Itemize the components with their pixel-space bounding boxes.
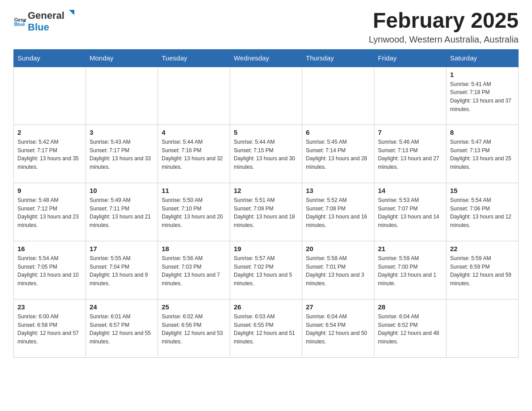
day-cell: 19Sunrise: 5:57 AMSunset: 7:02 PMDayligh…	[230, 241, 302, 300]
col-header-monday: Monday	[86, 49, 158, 67]
day-cell: 22Sunrise: 5:59 AMSunset: 6:59 PMDayligh…	[446, 241, 519, 300]
day-info: Sunrise: 5:45 AMSunset: 7:14 PMDaylight:…	[306, 138, 370, 171]
logo-arrow-icon	[65, 9, 75, 19]
logo: General Blue General Blue	[13, 9, 75, 33]
day-cell: 27Sunrise: 6:04 AMSunset: 6:54 PMDayligh…	[302, 300, 374, 358]
day-info: Sunrise: 5:52 AMSunset: 7:08 PMDaylight:…	[306, 196, 370, 229]
day-info: Sunrise: 6:02 AMSunset: 6:56 PMDaylight:…	[162, 313, 226, 346]
day-cell: 26Sunrise: 6:03 AMSunset: 6:55 PMDayligh…	[230, 300, 302, 358]
day-info: Sunrise: 5:54 AMSunset: 7:06 PMDaylight:…	[450, 196, 515, 229]
week-row-1: 1Sunrise: 5:41 AMSunset: 7:18 PMDaylight…	[14, 67, 519, 125]
col-header-tuesday: Tuesday	[158, 49, 230, 67]
col-header-friday: Friday	[374, 49, 446, 67]
day-cell: 25Sunrise: 6:02 AMSunset: 6:56 PMDayligh…	[158, 300, 230, 358]
location-title: Lynwood, Western Australia, Australia	[369, 34, 519, 45]
week-row-2: 2Sunrise: 5:42 AMSunset: 7:17 PMDaylight…	[14, 125, 519, 183]
day-number: 19	[234, 245, 298, 253]
col-header-thursday: Thursday	[302, 49, 374, 67]
day-number: 9	[17, 187, 82, 194]
day-cell	[158, 67, 230, 125]
day-info: Sunrise: 6:03 AMSunset: 6:55 PMDaylight:…	[234, 313, 298, 346]
day-cell	[374, 67, 446, 125]
day-info: Sunrise: 5:59 AMSunset: 6:59 PMDaylight:…	[450, 254, 515, 287]
day-cell: 17Sunrise: 5:55 AMSunset: 7:04 PMDayligh…	[86, 241, 158, 300]
day-number: 23	[17, 303, 82, 311]
day-number: 11	[162, 187, 226, 194]
day-number: 21	[378, 245, 442, 253]
col-header-saturday: Saturday	[446, 49, 519, 67]
day-number: 6	[306, 128, 370, 136]
day-cell: 4Sunrise: 5:44 AMSunset: 7:16 PMDaylight…	[158, 125, 230, 183]
day-cell: 13Sunrise: 5:52 AMSunset: 7:08 PMDayligh…	[302, 183, 374, 241]
day-number: 22	[450, 245, 515, 253]
day-cell: 7Sunrise: 5:46 AMSunset: 7:13 PMDaylight…	[374, 125, 446, 183]
week-row-3: 9Sunrise: 5:48 AMSunset: 7:12 PMDaylight…	[14, 183, 519, 241]
day-info: Sunrise: 5:43 AMSunset: 7:17 PMDaylight:…	[90, 138, 154, 171]
day-info: Sunrise: 5:44 AMSunset: 7:15 PMDaylight:…	[234, 138, 298, 171]
month-title: February 2025	[369, 9, 519, 33]
day-number: 12	[234, 187, 298, 194]
day-number: 4	[162, 128, 226, 136]
day-cell: 18Sunrise: 5:56 AMSunset: 7:03 PMDayligh…	[158, 241, 230, 300]
day-cell: 11Sunrise: 5:50 AMSunset: 7:10 PMDayligh…	[158, 183, 230, 241]
day-number: 13	[306, 187, 370, 194]
day-number: 5	[234, 128, 298, 136]
day-info: Sunrise: 5:51 AMSunset: 7:09 PMDaylight:…	[234, 196, 298, 229]
day-info: Sunrise: 5:58 AMSunset: 7:01 PMDaylight:…	[306, 254, 370, 287]
day-number: 25	[162, 303, 226, 311]
title-area: February 2025 Lynwood, Western Australia…	[369, 9, 519, 45]
day-cell	[302, 67, 374, 125]
logo-text-general: General	[28, 10, 64, 21]
day-cell: 3Sunrise: 5:43 AMSunset: 7:17 PMDaylight…	[86, 125, 158, 183]
day-number: 16	[17, 245, 82, 253]
day-number: 1	[450, 71, 515, 78]
header-row: SundayMondayTuesdayWednesdayThursdayFrid…	[14, 49, 519, 67]
day-number: 8	[450, 128, 515, 136]
day-cell: 20Sunrise: 5:58 AMSunset: 7:01 PMDayligh…	[302, 241, 374, 300]
week-row-5: 23Sunrise: 6:00 AMSunset: 6:58 PMDayligh…	[14, 300, 519, 358]
day-number: 15	[450, 187, 515, 194]
day-info: Sunrise: 5:46 AMSunset: 7:13 PMDaylight:…	[378, 138, 442, 171]
day-number: 14	[378, 187, 442, 194]
day-info: Sunrise: 5:53 AMSunset: 7:07 PMDaylight:…	[378, 196, 442, 229]
day-info: Sunrise: 5:41 AMSunset: 7:18 PMDaylight:…	[450, 80, 515, 113]
col-header-wednesday: Wednesday	[230, 49, 302, 67]
day-cell: 15Sunrise: 5:54 AMSunset: 7:06 PMDayligh…	[446, 183, 519, 241]
day-cell: 1Sunrise: 5:41 AMSunset: 7:18 PMDaylight…	[446, 67, 519, 125]
day-cell	[230, 67, 302, 125]
svg-marker-3	[69, 10, 74, 15]
day-number: 26	[234, 303, 298, 311]
day-info: Sunrise: 5:50 AMSunset: 7:10 PMDaylight:…	[162, 196, 226, 229]
day-cell: 12Sunrise: 5:51 AMSunset: 7:09 PMDayligh…	[230, 183, 302, 241]
svg-text:Blue: Blue	[14, 21, 25, 27]
day-cell: 28Sunrise: 6:04 AMSunset: 6:52 PMDayligh…	[374, 300, 446, 358]
day-number: 27	[306, 303, 370, 311]
day-number: 17	[90, 245, 154, 253]
calendar-table: SundayMondayTuesdayWednesdayThursdayFrid…	[13, 49, 519, 358]
day-cell: 2Sunrise: 5:42 AMSunset: 7:17 PMDaylight…	[14, 125, 86, 183]
day-info: Sunrise: 5:56 AMSunset: 7:03 PMDaylight:…	[162, 254, 226, 287]
day-info: Sunrise: 6:04 AMSunset: 6:52 PMDaylight:…	[378, 313, 442, 346]
week-row-4: 16Sunrise: 5:54 AMSunset: 7:05 PMDayligh…	[14, 241, 519, 300]
day-info: Sunrise: 6:04 AMSunset: 6:54 PMDaylight:…	[306, 313, 370, 346]
day-info: Sunrise: 5:44 AMSunset: 7:16 PMDaylight:…	[162, 138, 226, 171]
day-cell: 16Sunrise: 5:54 AMSunset: 7:05 PMDayligh…	[14, 241, 86, 300]
day-number: 28	[378, 303, 442, 311]
day-number: 18	[162, 245, 226, 253]
day-cell	[14, 67, 86, 125]
logo-icon: General Blue	[13, 15, 26, 27]
day-cell: 21Sunrise: 5:59 AMSunset: 7:00 PMDayligh…	[374, 241, 446, 300]
day-number: 3	[90, 128, 154, 136]
logo-text-blue: Blue	[28, 21, 49, 33]
day-number: 2	[17, 128, 82, 136]
day-info: Sunrise: 5:54 AMSunset: 7:05 PMDaylight:…	[17, 254, 82, 287]
day-cell	[446, 300, 519, 358]
day-cell: 5Sunrise: 5:44 AMSunset: 7:15 PMDaylight…	[230, 125, 302, 183]
page-header: General Blue General Blue February 2025 …	[13, 9, 519, 45]
day-cell: 14Sunrise: 5:53 AMSunset: 7:07 PMDayligh…	[374, 183, 446, 241]
day-cell: 10Sunrise: 5:49 AMSunset: 7:11 PMDayligh…	[86, 183, 158, 241]
day-cell: 6Sunrise: 5:45 AMSunset: 7:14 PMDaylight…	[302, 125, 374, 183]
day-info: Sunrise: 5:59 AMSunset: 7:00 PMDaylight:…	[378, 254, 442, 287]
day-number: 20	[306, 245, 370, 253]
day-number: 7	[378, 128, 442, 136]
